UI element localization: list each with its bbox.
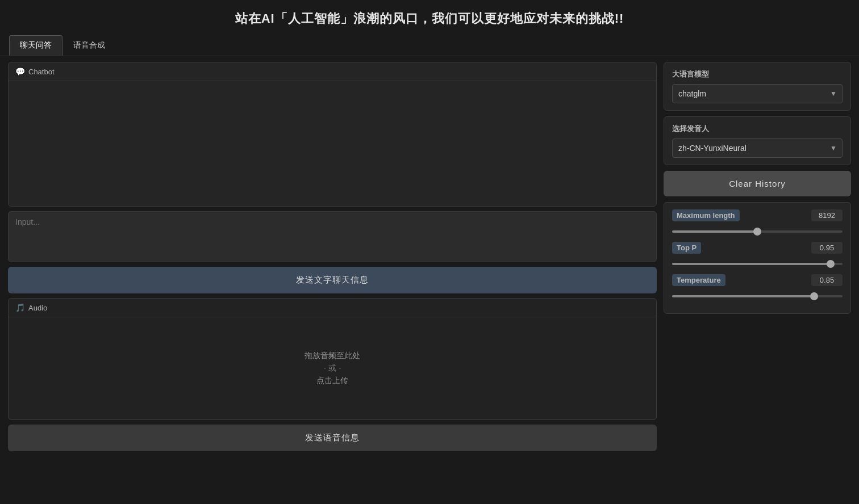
temperature-row: Temperature 0.85 xyxy=(672,274,843,286)
drop-text: 拖放音频至此处 xyxy=(305,351,360,361)
top-p-slider[interactable] xyxy=(672,263,843,265)
audio-icon: 🎵 xyxy=(15,303,25,312)
max-length-row: Maximum length 8192 xyxy=(672,209,843,221)
upload-text: 点击上传 xyxy=(316,376,348,386)
temperature-slider[interactable] xyxy=(672,295,843,297)
llm-section: 大语言模型 chatglm gpt-3.5 gpt-4 ▼ xyxy=(664,62,851,111)
llm-select-wrapper: chatglm gpt-3.5 gpt-4 ▼ xyxy=(672,84,843,103)
audio-label: 🎵 Audio xyxy=(9,299,656,317)
page-title: 站在AI「人工智能」浪潮的风口，我们可以更好地应对未来的挑战!! xyxy=(0,0,859,35)
params-section: Maximum length 8192 Top P 0.95 Temperatu… xyxy=(664,202,851,314)
send-text-button[interactable]: 发送文字聊天信息 xyxy=(8,267,657,293)
llm-label: 大语言模型 xyxy=(672,69,843,79)
tabs-bar: 聊天问答 语音合成 xyxy=(0,35,859,56)
top-p-label: Top P xyxy=(672,242,701,254)
temperature-value: 0.85 xyxy=(811,274,843,286)
chatbot-body xyxy=(9,81,656,206)
tab-chat[interactable]: 聊天问答 xyxy=(9,35,62,56)
top-p-value: 0.95 xyxy=(811,242,843,254)
temperature-label: Temperature xyxy=(672,274,725,286)
chatbot-label: 💬 Chatbot xyxy=(9,62,656,81)
send-audio-button[interactable]: 发送语音信息 xyxy=(8,425,657,451)
chatbot-section: 💬 Chatbot xyxy=(8,62,657,207)
max-length-slider-container xyxy=(672,225,843,235)
left-panel: 💬 Chatbot 发送文字聊天信息 🎵 Audio 拖放音频至此处 - 或 -… xyxy=(8,62,657,451)
audio-drop-area[interactable]: 拖放音频至此处 - 或 - 点击上传 xyxy=(9,317,656,419)
speaker-section: 选择发音人 zh-CN-YunxiNeural zh-CN-XiaoxiaoNe… xyxy=(664,116,851,165)
speaker-select[interactable]: zh-CN-YunxiNeural zh-CN-XiaoxiaoNeural xyxy=(672,138,843,158)
chat-input[interactable] xyxy=(8,211,657,262)
or-text: - 或 - xyxy=(323,363,341,373)
temperature-slider-container xyxy=(672,289,843,300)
clear-history-button[interactable]: Clear History xyxy=(664,171,851,196)
tab-tts[interactable]: 语音合成 xyxy=(62,35,116,56)
main-layout: 💬 Chatbot 发送文字聊天信息 🎵 Audio 拖放音频至此处 - 或 -… xyxy=(0,56,859,457)
max-length-label: Maximum length xyxy=(672,209,740,221)
llm-select[interactable]: chatglm gpt-3.5 gpt-4 xyxy=(672,84,843,103)
speaker-select-wrapper: zh-CN-YunxiNeural zh-CN-XiaoxiaoNeural ▼ xyxy=(672,138,843,158)
audio-section: 🎵 Audio 拖放音频至此处 - 或 - 点击上传 xyxy=(8,298,657,420)
chatbot-label-text: Chatbot xyxy=(28,68,55,76)
right-panel: 大语言模型 chatglm gpt-3.5 gpt-4 ▼ 选择发音人 zh-C… xyxy=(664,62,851,451)
max-length-value: 8192 xyxy=(811,209,843,221)
audio-label-text: Audio xyxy=(28,304,47,312)
max-length-slider[interactable] xyxy=(672,230,843,233)
top-p-row: Top P 0.95 xyxy=(672,242,843,254)
chatbot-icon: 💬 xyxy=(15,67,25,76)
top-p-slider-container xyxy=(672,257,843,267)
speaker-label: 选择发音人 xyxy=(672,124,843,134)
